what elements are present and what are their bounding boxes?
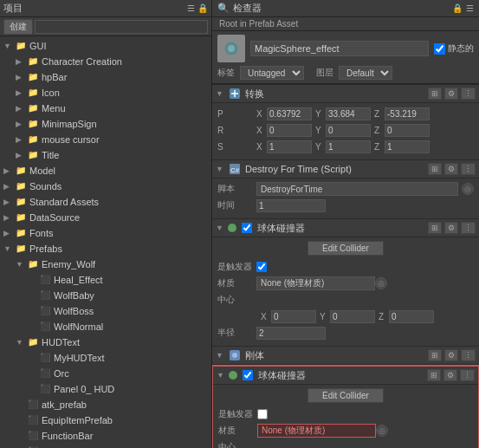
collider1-copy-btn[interactable]: ⊞	[428, 222, 442, 234]
tree-item-hpbar[interactable]: ▶ 📁 hpBar	[0, 69, 211, 85]
rigidbody-settings-btn[interactable]: ⚙	[444, 349, 458, 361]
static-checkbox-label: 静态的	[434, 42, 474, 55]
c1-cz-input[interactable]	[389, 310, 434, 323]
r-x-input[interactable]	[267, 124, 312, 137]
collider1-radius-input[interactable]	[256, 327, 326, 340]
s-x-input[interactable]	[267, 140, 312, 153]
destroy-menu-btn[interactable]: ⋮	[461, 163, 476, 175]
p-z-group: Z	[374, 107, 430, 120]
rigidbody-copy-btn[interactable]: ⊞	[428, 349, 442, 361]
tree-item-enemy-wolf[interactable]: ▼ 📁 Enemy_Wolf	[0, 256, 211, 272]
tree-item-hudtext[interactable]: ▼ 📁 HUDText	[0, 334, 211, 350]
s-z-input[interactable]	[385, 140, 430, 153]
tree-item-mouse-cursor[interactable]: ▶ 📁 mouse cursor	[0, 132, 211, 147]
tree-item-panel0[interactable]: ▶ ⬛ Panel 0_ HUD	[0, 381, 211, 397]
tag-dropdown[interactable]: Untagged	[240, 66, 304, 80]
r-y-input[interactable]	[326, 124, 371, 137]
collider1-enable-checkbox[interactable]	[242, 223, 252, 233]
project-tab-label[interactable]: 项目	[3, 2, 23, 15]
tree-item-functionbar[interactable]: ▶ ⬛ FunctionBar	[0, 428, 211, 444]
tree-item-standard[interactable]: ▶ 📁 Standard Assets	[0, 194, 211, 210]
p-label: P	[217, 109, 256, 119]
create-button[interactable]: 创建	[3, 19, 33, 35]
panel-icon-menu[interactable]: ☰	[187, 3, 195, 13]
tree-item-heal[interactable]: ▶ ⬛ Heal_Effect	[0, 272, 211, 288]
static-checkbox[interactable]	[434, 43, 445, 55]
collider1-material-input[interactable]	[256, 276, 375, 290]
panel-icon-lock[interactable]: 🔒	[197, 3, 208, 13]
r-z-input[interactable]	[385, 124, 430, 137]
tree-item-equip[interactable]: ▶ ⬛ EquipItemPrefab	[0, 412, 211, 428]
destroy-copy-btn[interactable]: ⊞	[428, 163, 442, 175]
c1-cy-input[interactable]	[330, 310, 375, 323]
tree-item-wolfbaby[interactable]: ▶ ⬛ WolfBaby	[0, 288, 211, 303]
tree-item-wolfboss[interactable]: ▶ ⬛ WolfBoss	[0, 303, 211, 319]
folder-icon-cc: 📁	[26, 55, 40, 68]
tree-item-sounds[interactable]: ▶ 📁 Sounds	[0, 179, 211, 194]
tree-item-icon[interactable]: ▶ 📁 Icon	[0, 85, 211, 101]
layer-dropdown[interactable]: Default	[339, 66, 392, 80]
collider2-settings-btn[interactable]: ⚙	[443, 369, 457, 381]
collider2-material-input[interactable]	[257, 424, 376, 438]
layer-label: 图层	[316, 67, 333, 79]
tree-item-myhudtext[interactable]: ▶ ⬛ MyHUDText	[0, 350, 211, 366]
inspector-menu-icon[interactable]: ☰	[466, 3, 474, 13]
collider1-edit-btn[interactable]: Edit Collider	[307, 241, 384, 256]
tree-item-minimap[interactable]: ▶ 📁 MinimapSign	[0, 116, 211, 132]
collider1-header[interactable]: ▼ 球体碰撞器 ⊞ ⚙ ⋮	[212, 218, 479, 237]
rigidbody-menu-btn[interactable]: ⋮	[461, 349, 476, 361]
p-y-input[interactable]	[326, 107, 371, 120]
script-ref-input[interactable]	[256, 182, 458, 196]
r-x-group: X	[256, 124, 312, 137]
collider2-copy-btn[interactable]: ⊞	[427, 369, 441, 381]
script-ref-select-btn[interactable]: ◎	[462, 183, 474, 195]
p-xyz: X Y Z	[256, 107, 430, 120]
collider1-settings-btn[interactable]: ⚙	[444, 222, 458, 234]
c1-cx-input[interactable]	[271, 310, 316, 323]
tree-label-cc: Character Creation	[42, 56, 122, 67]
collider1-controls: ⊞ ⚙ ⋮	[428, 222, 476, 234]
transform-menu-btn[interactable]: ⋮	[461, 88, 476, 100]
tree-item-orc[interactable]: ▶ ⬛ Orc	[0, 366, 211, 381]
inspector-lock-icon[interactable]: 🔒	[452, 3, 463, 13]
collider2-trigger-row: 是触发器	[218, 407, 473, 421]
time-value-input[interactable]	[256, 199, 326, 212]
tree-item-atk[interactable]: ▶ ⬛ atk_prefab	[0, 397, 211, 412]
destroy-settings-btn[interactable]: ⚙	[444, 163, 458, 175]
tree-item-prefabs[interactable]: ▼ 📁 Prefabs	[0, 241, 211, 256]
s-y-input[interactable]	[326, 140, 371, 153]
tree-item-wolfnormal[interactable]: ▶ ⬛ WolfNormal	[0, 319, 211, 334]
collider2-trigger-checkbox[interactable]	[257, 409, 268, 419]
folder-icon-standard: 📁	[14, 195, 28, 209]
collider1-material-select[interactable]: ◎	[375, 277, 387, 289]
p-z-input[interactable]	[385, 107, 430, 120]
transform-copy-btn[interactable]: ⊞	[428, 88, 442, 100]
arrow-enemy-wolf: ▼	[16, 260, 26, 269]
collider1-trigger-checkbox[interactable]	[256, 262, 267, 272]
rigidbody-header[interactable]: ▼ 刚体 ⊞ ⚙ ⋮	[212, 346, 479, 365]
tree-item-character-creation[interactable]: ▶ 📁 Character Creation	[0, 54, 211, 69]
tree-item-menu[interactable]: ▶ 📁 Menu	[0, 101, 211, 116]
destroy-header[interactable]: ▼ C# Destroy For Time (Script) ⊞ ⚙ ⋮	[212, 159, 479, 179]
tree-item-fonts[interactable]: ▶ 📁 Fonts	[0, 225, 211, 241]
collider2-menu-btn[interactable]: ⋮	[460, 369, 475, 381]
transform-header[interactable]: ▼ 转换 ⊞ ⚙ ⋮	[212, 84, 479, 103]
search-input[interactable]	[35, 20, 208, 34]
rigidbody-icon	[228, 348, 242, 362]
object-name-input[interactable]	[250, 41, 429, 56]
tree-item-title[interactable]: ▶ 📁 Title	[0, 147, 211, 163]
collider1-menu-btn[interactable]: ⋮	[461, 222, 476, 234]
collider2-edit-btn[interactable]: Edit Collider	[307, 388, 384, 403]
p-x-label: X	[256, 109, 265, 119]
tree-item-datasource[interactable]: ▶ 📁 DataSource	[0, 210, 211, 225]
tree-item-model[interactable]: ▶ 📁 Model	[0, 163, 211, 179]
collider2-enable-checkbox[interactable]	[243, 370, 253, 380]
p-x-input[interactable]	[267, 107, 312, 120]
tree-item-itemgroup[interactable]: ▶ ⬛ ItemGroupPrefab	[0, 444, 211, 448]
collider2-material-select[interactable]: ◎	[376, 425, 388, 437]
collider2-title: 球体碰撞器	[258, 369, 424, 382]
collider1-body: Edit Collider 是触发器 材质 ◎ 中心 X	[212, 237, 479, 346]
tree-item-gui[interactable]: ▼ 📁 GUI	[0, 38, 211, 54]
collider2-header[interactable]: ▼ 球体碰撞器 ⊞ ⚙ ⋮	[213, 366, 478, 385]
transform-settings-btn[interactable]: ⚙	[444, 88, 458, 100]
